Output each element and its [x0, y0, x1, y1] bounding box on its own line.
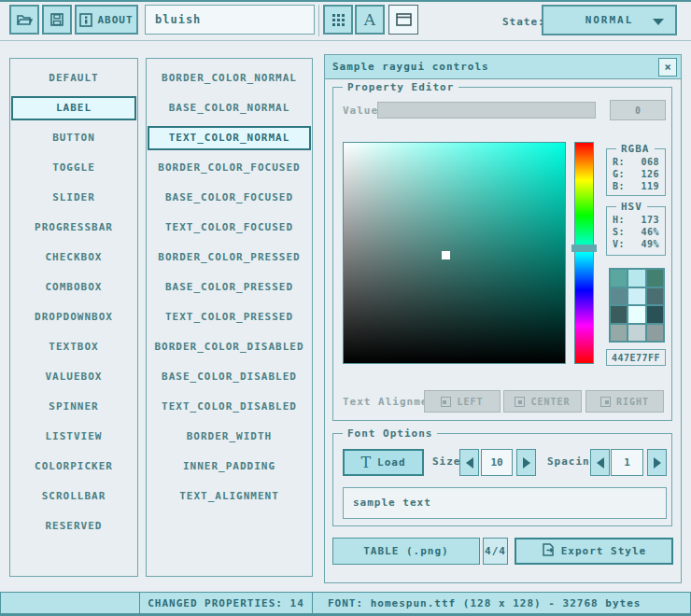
window-view-button[interactable] — [388, 5, 418, 35]
spacing-decrement-button[interactable] — [590, 449, 610, 476]
size-value-box[interactable]: 10 — [481, 449, 513, 476]
v-label: V: — [613, 238, 625, 250]
sv-cursor[interactable] — [442, 251, 450, 259]
style-swatch-7[interactable] — [628, 306, 644, 323]
control-item-button[interactable]: BUTTON — [11, 126, 136, 150]
property-item-border-color-focused[interactable]: BORDER_COLOR_FOCUSED — [148, 156, 311, 180]
letter-a-icon: A — [364, 10, 375, 29]
property-item-border-color-disabled[interactable]: BORDER_COLOR_DISABLED — [148, 335, 311, 359]
control-item-textbox[interactable]: TEXTBOX — [11, 335, 136, 359]
color-picker-panel[interactable] — [343, 142, 566, 364]
state-dropdown[interactable]: NORMAL — [542, 5, 677, 35]
about-button[interactable]: ABOUT — [75, 5, 138, 35]
control-item-combobox[interactable]: COMBOBOX — [11, 275, 136, 300]
info-icon — [79, 13, 92, 27]
hsv-h-row: H: 173 — [613, 214, 659, 226]
control-item-reserved[interactable]: RESERVED — [11, 514, 136, 539]
property-item-border-color-pressed[interactable]: BORDER_COLOR_PRESSED — [148, 245, 311, 270]
property-item-border-width[interactable]: BORDER_WIDTH — [148, 425, 311, 449]
export-format-pager-button[interactable]: 4/4 — [483, 538, 508, 565]
control-item-valuebox[interactable]: VALUEBOX — [11, 365, 136, 389]
s-label: S: — [613, 226, 625, 238]
status-cell-empty — [0, 592, 140, 614]
load-font-button[interactable]: T Load — [343, 449, 424, 476]
hsv-group: HSV H: 173 S: 46% V: 49% — [606, 206, 666, 256]
property-item-text-alignment[interactable]: TEXT_ALIGNMENT — [148, 484, 311, 509]
font-view-button[interactable]: A — [355, 5, 385, 35]
control-item-listview[interactable]: LISTVIEW — [11, 425, 136, 449]
property-item-inner-padding[interactable]: INNER_PADDING — [148, 455, 311, 479]
style-swatch-2[interactable] — [647, 270, 663, 287]
toolbar: ABOUT bluish A State: NORMAL — [0, 2, 691, 41]
controls-panel: DEFAULTLABELBUTTONTOGGLESLIDERPROGRESSBA… — [9, 58, 138, 577]
style-swatch-10[interactable] — [628, 325, 644, 342]
style-swatch-0[interactable] — [611, 270, 627, 287]
font-options-group: Font Options T Load Size: 10 Spacing: 1 … — [332, 433, 672, 526]
property-item-base-color-disabled[interactable]: BASE_COLOR_DISABLED — [148, 365, 311, 389]
about-button-label: ABOUT — [97, 14, 133, 26]
open-style-button[interactable] — [9, 5, 39, 35]
hex-value-box[interactable]: 447E77FF — [606, 349, 666, 366]
style-swatch-5[interactable] — [647, 288, 663, 305]
property-item-text-color-normal[interactable]: TEXT_COLOR_NORMAL — [148, 126, 311, 150]
control-item-toggle[interactable]: TOGGLE — [11, 156, 136, 180]
hue-slider[interactable] — [574, 142, 594, 364]
sample-text-box[interactable]: sample text — [343, 487, 667, 519]
property-item-text-color-disabled[interactable]: TEXT_COLOR_DISABLED — [148, 395, 311, 419]
export-icon — [542, 542, 556, 560]
b-label: B: — [613, 180, 625, 192]
value-slider[interactable] — [377, 102, 596, 119]
align-left-button[interactable]: LEFT — [424, 390, 501, 413]
size-increment-button[interactable] — [516, 449, 536, 476]
triangle-left-icon — [597, 457, 604, 469]
align-center-button[interactable]: CENTER — [503, 390, 582, 413]
r-value: 068 — [641, 156, 659, 168]
close-button[interactable]: × — [658, 58, 677, 77]
style-swatch-3[interactable] — [611, 288, 627, 305]
style-swatch-6[interactable] — [611, 306, 627, 323]
value-button[interactable]: 0 — [610, 100, 666, 120]
property-item-base-color-normal[interactable]: BASE_COLOR_NORMAL — [148, 96, 311, 120]
style-swatch-8[interactable] — [647, 306, 663, 323]
size-decrement-button[interactable] — [459, 449, 479, 476]
control-item-checkbox[interactable]: CHECKBOX — [11, 245, 136, 270]
triangle-right-icon — [654, 457, 661, 469]
spacing-value-box[interactable]: 1 — [611, 449, 643, 476]
save-style-button[interactable] — [42, 5, 72, 35]
control-item-progressbar[interactable]: PROGRESSBAR — [11, 216, 136, 240]
control-item-spinner[interactable]: SPINNER — [11, 395, 136, 419]
property-item-border-color-normal[interactable]: BORDER_COLOR_NORMAL — [148, 66, 311, 91]
s-value: 46% — [641, 226, 659, 238]
sample-controls-window: Sample raygui controls × Property Editor… — [324, 54, 682, 583]
export-table-button[interactable]: TABLE (.png) — [332, 538, 480, 565]
grid-view-button[interactable] — [323, 5, 353, 35]
control-item-scrollbar[interactable]: SCROLLBAR — [11, 484, 136, 509]
export-style-button[interactable]: Export Style — [515, 538, 673, 565]
export-style-label: Export Style — [561, 545, 646, 557]
control-item-default[interactable]: DEFAULT — [11, 66, 136, 91]
properties-list: BORDER_COLOR_NORMALBASE_COLOR_NORMALTEXT… — [147, 66, 312, 509]
folder-icon — [16, 12, 33, 27]
align-right-button[interactable]: RIGHT — [585, 390, 664, 413]
spacing-increment-button[interactable] — [647, 449, 667, 476]
hsv-v-row: V: 49% — [613, 238, 659, 250]
style-swatch-11[interactable] — [647, 325, 663, 342]
property-item-text-color-focused[interactable]: TEXT_COLOR_FOCUSED — [148, 216, 311, 240]
rgba-group-label: RGBA — [616, 143, 655, 155]
hue-handle[interactable] — [571, 245, 597, 252]
align-left-icon — [441, 397, 451, 407]
floppy-icon — [49, 12, 64, 27]
style-name-input[interactable]: bluish — [145, 5, 315, 35]
style-swatch-1[interactable] — [628, 270, 644, 287]
property-item-base-color-focused[interactable]: BASE_COLOR_FOCUSED — [148, 186, 311, 210]
control-item-dropdownbox[interactable]: DROPDOWNBOX — [11, 305, 136, 329]
rgba-b-row: B: 119 — [613, 180, 659, 192]
control-item-slider[interactable]: SLIDER — [11, 186, 136, 210]
property-item-base-color-pressed[interactable]: BASE_COLOR_PRESSED — [148, 275, 311, 300]
style-swatch-9[interactable] — [611, 325, 627, 342]
window-titlebar[interactable]: Sample raygui controls × — [325, 55, 681, 79]
control-item-label[interactable]: LABEL — [11, 96, 136, 120]
control-item-colorpicker[interactable]: COLORPICKER — [11, 455, 136, 479]
style-swatch-4[interactable] — [628, 288, 644, 305]
property-item-text-color-pressed[interactable]: TEXT_COLOR_PRESSED — [148, 305, 311, 329]
